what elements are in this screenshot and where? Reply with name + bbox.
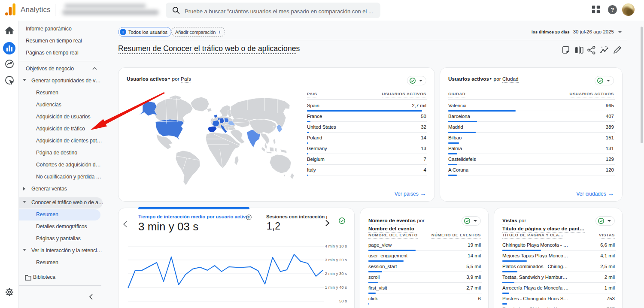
svg-text:?: ? [611, 6, 614, 13]
